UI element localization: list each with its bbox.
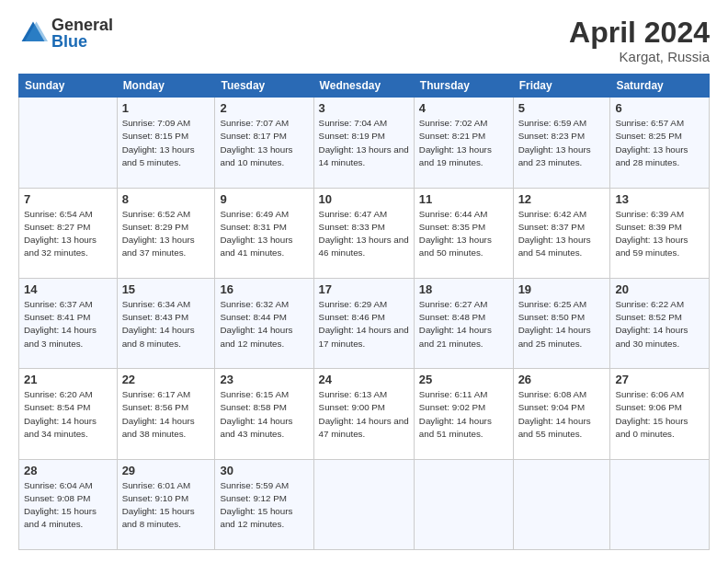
- cell-sunrise: Sunrise: 6:57 AM: [615, 118, 684, 128]
- cell-day-number: 27: [615, 373, 704, 386]
- cell-info: Sunrise: 6:54 AMSunset: 8:27 PMDaylight:…: [24, 208, 112, 260]
- cell-daylight: Daylight: 15 hours and 8 minutes.: [122, 506, 195, 529]
- calendar-cell-1-3: 10Sunrise: 6:47 AMSunset: 8:33 PMDayligh…: [313, 188, 414, 278]
- cell-sunset: Sunset: 8:48 PM: [419, 312, 485, 322]
- cell-daylight: Daylight: 14 hours and 30 minutes.: [615, 325, 688, 348]
- cell-daylight: Daylight: 13 hours and 50 minutes.: [419, 235, 492, 258]
- calendar-cell-2-2: 16Sunrise: 6:32 AMSunset: 8:44 PMDayligh…: [215, 278, 313, 368]
- cell-daylight: Daylight: 13 hours and 14 minutes.: [319, 144, 409, 167]
- calendar-cell-2-6: 20Sunrise: 6:22 AMSunset: 8:52 PMDayligh…: [610, 278, 710, 368]
- cell-sunset: Sunset: 8:19 PM: [319, 131, 385, 141]
- cell-daylight: Daylight: 13 hours and 28 minutes.: [615, 144, 688, 167]
- cell-info: Sunrise: 7:07 AMSunset: 8:17 PMDaylight:…: [220, 117, 308, 169]
- calendar-header-row: Sunday Monday Tuesday Wednesday Thursday…: [19, 75, 710, 98]
- calendar-cell-4-6: [610, 459, 710, 549]
- cell-info: Sunrise: 6:13 AMSunset: 9:00 PMDaylight:…: [319, 388, 409, 441]
- calendar-cell-0-3: 3Sunrise: 7:04 AMSunset: 8:19 PMDaylight…: [313, 98, 414, 188]
- cell-daylight: Daylight: 13 hours and 19 minutes.: [419, 144, 492, 167]
- calendar-cell-1-2: 9Sunrise: 6:49 AMSunset: 8:31 PMDaylight…: [215, 188, 313, 278]
- cell-sunset: Sunset: 8:43 PM: [122, 312, 188, 322]
- cell-daylight: Daylight: 14 hours and 55 minutes.: [518, 416, 591, 439]
- col-wednesday: Wednesday: [313, 75, 414, 98]
- cell-info: Sunrise: 6:01 AMSunset: 9:10 PMDaylight:…: [122, 479, 210, 532]
- logo-icon: [18, 18, 48, 48]
- cell-info: Sunrise: 6:22 AMSunset: 8:52 PMDaylight:…: [615, 298, 704, 350]
- cell-sunrise: Sunrise: 6:29 AM: [319, 299, 388, 309]
- cell-daylight: Daylight: 14 hours and 51 minutes.: [419, 416, 492, 439]
- cell-info: Sunrise: 6:57 AMSunset: 8:25 PMDaylight:…: [615, 117, 704, 169]
- cell-sunset: Sunset: 8:37 PM: [518, 222, 585, 232]
- cell-day-number: 8: [122, 192, 210, 206]
- cell-info: Sunrise: 6:29 AMSunset: 8:46 PMDaylight:…: [319, 298, 409, 350]
- cell-day-number: 2: [220, 101, 308, 115]
- cell-daylight: Daylight: 14 hours and 8 minutes.: [122, 325, 195, 348]
- cell-info: Sunrise: 6:47 AMSunset: 8:33 PMDaylight:…: [319, 208, 409, 260]
- cell-day-number: 21: [24, 373, 112, 386]
- cell-info: Sunrise: 6:17 AMSunset: 8:56 PMDaylight:…: [122, 388, 210, 441]
- cell-sunrise: Sunrise: 6:42 AM: [518, 209, 587, 219]
- cell-day-number: 5: [518, 101, 606, 115]
- col-tuesday: Tuesday: [215, 75, 313, 98]
- calendar-cell-2-0: 14Sunrise: 6:37 AMSunset: 8:41 PMDayligh…: [19, 278, 118, 368]
- calendar-week-row-4: 28Sunrise: 6:04 AMSunset: 9:08 PMDayligh…: [19, 459, 710, 549]
- cell-sunrise: Sunrise: 7:04 AM: [319, 118, 388, 128]
- cell-sunset: Sunset: 8:23 PM: [518, 131, 585, 141]
- cell-day-number: 1: [122, 101, 210, 115]
- calendar-cell-1-1: 8Sunrise: 6:52 AMSunset: 8:29 PMDaylight…: [117, 188, 215, 278]
- cell-sunset: Sunset: 8:52 PM: [615, 312, 681, 322]
- col-sunday: Sunday: [19, 75, 118, 98]
- cell-info: Sunrise: 6:34 AMSunset: 8:43 PMDaylight:…: [122, 298, 210, 350]
- cell-info: Sunrise: 6:08 AMSunset: 9:04 PMDaylight:…: [518, 388, 606, 441]
- cell-sunset: Sunset: 8:25 PM: [615, 131, 681, 141]
- cell-sunrise: Sunrise: 6:20 AM: [24, 389, 93, 399]
- cell-sunrise: Sunrise: 6:37 AM: [24, 299, 93, 309]
- cell-sunrise: Sunrise: 6:39 AM: [615, 209, 684, 219]
- calendar-cell-3-3: 24Sunrise: 6:13 AMSunset: 9:00 PMDayligh…: [313, 369, 414, 459]
- cell-sunset: Sunset: 8:31 PM: [220, 222, 286, 232]
- cell-info: Sunrise: 6:25 AMSunset: 8:50 PMDaylight:…: [518, 298, 606, 350]
- cell-sunset: Sunset: 8:46 PM: [319, 312, 385, 322]
- cell-sunset: Sunset: 9:08 PM: [24, 493, 90, 503]
- cell-day-number: 3: [319, 101, 409, 115]
- cell-daylight: Daylight: 13 hours and 5 minutes.: [122, 144, 195, 167]
- cell-day-number: 16: [220, 282, 308, 296]
- cell-day-number: 25: [419, 373, 508, 386]
- cell-sunrise: Sunrise: 6:17 AM: [122, 389, 191, 399]
- title-area: April 2024 Kargat, Russia: [569, 17, 710, 64]
- cell-sunset: Sunset: 8:39 PM: [615, 222, 681, 232]
- cell-daylight: Daylight: 14 hours and 38 minutes.: [122, 416, 195, 439]
- cell-day-number: 19: [518, 282, 606, 296]
- cell-sunset: Sunset: 8:54 PM: [24, 402, 90, 412]
- col-thursday: Thursday: [414, 75, 513, 98]
- cell-sunset: Sunset: 8:56 PM: [122, 402, 188, 412]
- cell-sunset: Sunset: 8:35 PM: [419, 222, 485, 232]
- cell-day-number: 11: [419, 192, 508, 206]
- cell-info: Sunrise: 7:02 AMSunset: 8:21 PMDaylight:…: [419, 117, 508, 169]
- cell-sunrise: Sunrise: 6:44 AM: [419, 209, 488, 219]
- cell-sunrise: Sunrise: 6:34 AM: [122, 299, 191, 309]
- calendar-cell-0-6: 6Sunrise: 6:57 AMSunset: 8:25 PMDaylight…: [610, 98, 710, 188]
- location: Kargat, Russia: [569, 49, 710, 64]
- calendar-cell-1-4: 11Sunrise: 6:44 AMSunset: 8:35 PMDayligh…: [414, 188, 513, 278]
- cell-daylight: Daylight: 15 hours and 4 minutes.: [24, 506, 97, 529]
- cell-sunset: Sunset: 8:27 PM: [24, 222, 90, 232]
- cell-day-number: 24: [319, 373, 409, 386]
- cell-day-number: 17: [319, 282, 409, 296]
- cell-day-number: 12: [518, 192, 606, 206]
- calendar-cell-2-3: 17Sunrise: 6:29 AMSunset: 8:46 PMDayligh…: [313, 278, 414, 368]
- cell-info: Sunrise: 6:04 AMSunset: 9:08 PMDaylight:…: [24, 479, 112, 532]
- cell-daylight: Daylight: 13 hours and 10 minutes.: [220, 144, 292, 167]
- cell-sunrise: Sunrise: 6:06 AM: [615, 389, 684, 399]
- cell-sunset: Sunset: 8:50 PM: [518, 312, 585, 322]
- cell-info: Sunrise: 6:06 AMSunset: 9:06 PMDaylight:…: [615, 388, 704, 441]
- cell-sunrise: Sunrise: 6:15 AM: [220, 389, 289, 399]
- cell-day-number: 4: [419, 101, 508, 115]
- cell-sunrise: Sunrise: 5:59 AM: [220, 480, 289, 490]
- cell-info: Sunrise: 6:42 AMSunset: 8:37 PMDaylight:…: [518, 208, 606, 260]
- cell-daylight: Daylight: 14 hours and 12 minutes.: [220, 325, 292, 348]
- cell-info: Sunrise: 6:37 AMSunset: 8:41 PMDaylight:…: [24, 298, 112, 350]
- cell-daylight: Daylight: 14 hours and 17 minutes.: [319, 325, 409, 348]
- logo-general-text: General: [51, 17, 113, 33]
- calendar-week-row-1: 7Sunrise: 6:54 AMSunset: 8:27 PMDaylight…: [19, 188, 710, 278]
- calendar-cell-3-0: 21Sunrise: 6:20 AMSunset: 8:54 PMDayligh…: [19, 369, 118, 459]
